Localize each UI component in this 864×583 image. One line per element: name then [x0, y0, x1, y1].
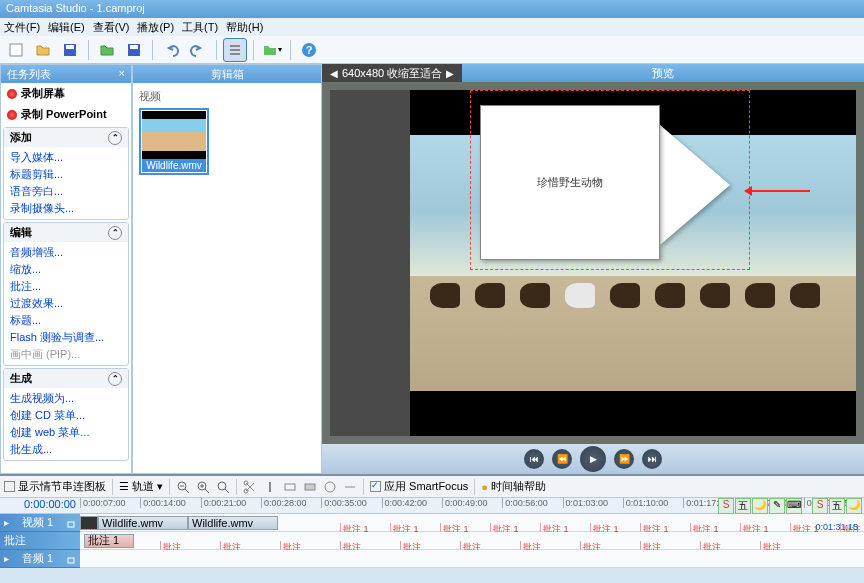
- record-screen-button[interactable]: 录制屏幕: [1, 83, 131, 104]
- video-clip[interactable]: Wildlife.wmv: [188, 516, 278, 530]
- audio-enhance-link[interactable]: 音频增强...: [10, 244, 122, 261]
- menu-tools[interactable]: 工具(T): [182, 20, 218, 34]
- clip-label: Wildlife.wmv: [142, 159, 206, 172]
- svg-rect-4: [130, 45, 138, 49]
- import-button[interactable]: [95, 38, 119, 62]
- timeline-help-link[interactable]: ●时间轴帮助: [481, 479, 546, 494]
- menu-help[interactable]: 帮助(H): [226, 20, 263, 34]
- collapse-icon[interactable]: ⌃: [108, 226, 122, 240]
- collapse-icon[interactable]: ⌃: [108, 372, 122, 386]
- task-panel-title: 任务列表: [7, 67, 51, 81]
- captions-link[interactable]: 标题...: [10, 312, 122, 329]
- produce-button[interactable]: ▾: [260, 38, 284, 62]
- close-icon[interactable]: ×: [119, 67, 125, 81]
- next-button[interactable]: ⏭: [642, 449, 662, 469]
- save2-button[interactable]: [122, 38, 146, 62]
- save-button[interactable]: [58, 38, 82, 62]
- zoom-out-icon[interactable]: [176, 480, 190, 494]
- svg-rect-26: [68, 558, 74, 563]
- svg-rect-25: [68, 522, 74, 527]
- ime-btn[interactable]: 🌙: [846, 498, 862, 514]
- clip-bin-panel: 剪辑箱 视频 Wildlife.wmv: [132, 64, 322, 474]
- ime-btn[interactable]: ✎: [769, 498, 785, 514]
- zoom-in-icon[interactable]: [196, 480, 210, 494]
- tracks-dropdown[interactable]: ☰ 轨道 ▾: [119, 479, 163, 494]
- callouts-link[interactable]: 批注...: [10, 278, 122, 295]
- track-callout-header[interactable]: 批注: [0, 532, 80, 550]
- split-icon[interactable]: [263, 480, 277, 494]
- smartfocus-toggle[interactable]: 应用 SmartFocus: [370, 479, 468, 494]
- menu-play[interactable]: 播放(P): [137, 20, 174, 34]
- record-ppt-button[interactable]: 录制 PowerPoint: [1, 104, 131, 125]
- svg-line-18: [225, 489, 229, 493]
- clip-thumb[interactable]: [80, 516, 98, 530]
- play-button[interactable]: ▶: [580, 446, 606, 472]
- track-audio1[interactable]: [80, 550, 864, 568]
- produce-video-link[interactable]: 生成视频为...: [10, 390, 122, 407]
- forward-button[interactable]: ⏩: [614, 449, 634, 469]
- record-camera-link[interactable]: 录制摄像头...: [10, 200, 122, 217]
- properties-button[interactable]: [223, 38, 247, 62]
- playback-controls: ⏮ ⏪ ▶ ⏩ ⏭: [322, 444, 864, 474]
- callout-clip[interactable]: 批注 1: [84, 534, 134, 548]
- menu-edit[interactable]: 编辑(E): [48, 20, 85, 34]
- lock-icon: [66, 554, 76, 564]
- clip-thumbnail[interactable]: Wildlife.wmv: [139, 108, 209, 175]
- clipbin-title: 剪辑箱: [211, 67, 244, 81]
- create-cd-link[interactable]: 创建 CD 菜单...: [10, 407, 122, 424]
- ime-btn[interactable]: ⌨: [786, 498, 802, 514]
- app-title: Camtasia Studio - 1.camproj: [6, 2, 145, 14]
- ime-btn[interactable]: 五: [735, 498, 751, 514]
- rewind-button[interactable]: ⏪: [552, 449, 572, 469]
- section-add-title: 添加: [10, 130, 32, 145]
- zoom-fit-icon[interactable]: [216, 480, 230, 494]
- clip-group-label: 视频: [137, 87, 317, 106]
- transitions-link[interactable]: 过渡效果...: [10, 295, 122, 312]
- tool5-icon[interactable]: [323, 480, 337, 494]
- import-media-link[interactable]: 导入媒体...: [10, 149, 122, 166]
- timeline-panel: 显示情节串连图板 ☰ 轨道 ▾ 应用 SmartFocus ●时间轴帮助 0:0…: [0, 474, 864, 568]
- menu-view[interactable]: 查看(V): [93, 20, 130, 34]
- ime-toolbar: S 五 🌙 ✎ ⌨ S 五 🌙: [718, 498, 862, 514]
- collapse-icon[interactable]: ⌃: [108, 131, 122, 145]
- preview-canvas[interactable]: 珍惜野生动物: [330, 90, 856, 436]
- storyboard-toggle[interactable]: 显示情节串连图板: [4, 479, 106, 494]
- window-titlebar: Camtasia Studio - 1.camproj: [0, 0, 864, 18]
- track-video1[interactable]: Wildlife.wmv Wildlife.wmv 批注 1批注 1批注 1批注…: [80, 514, 864, 532]
- menu-file[interactable]: 文件(F): [4, 20, 40, 34]
- video-clip[interactable]: Wildlife.wmv: [98, 516, 188, 530]
- menu-bar: 文件(F) 编辑(E) 查看(V) 播放(P) 工具(T) 帮助(H): [0, 18, 864, 36]
- prev-button[interactable]: ⏮: [524, 449, 544, 469]
- callout-text: 珍惜野生动物: [537, 175, 603, 190]
- track-video1-header[interactable]: ▸ 视频 1: [0, 514, 80, 532]
- help-button[interactable]: ?: [297, 38, 321, 62]
- svg-line-14: [205, 489, 209, 493]
- callout-shape[interactable]: 珍惜野生动物: [480, 105, 740, 260]
- ime-btn[interactable]: S: [812, 498, 828, 514]
- flash-quiz-link[interactable]: Flash 测验与调查...: [10, 329, 122, 346]
- tool3-icon[interactable]: [283, 480, 297, 494]
- svg-rect-6: [230, 49, 240, 51]
- ime-btn[interactable]: 五: [829, 498, 845, 514]
- cut-icon[interactable]: [243, 480, 257, 494]
- batch-produce-link[interactable]: 批生成...: [10, 441, 122, 458]
- ime-btn[interactable]: 🌙: [752, 498, 768, 514]
- svg-rect-23: [305, 484, 315, 490]
- ime-btn[interactable]: S: [718, 498, 734, 514]
- title-clip-link[interactable]: 标题剪辑...: [10, 166, 122, 183]
- create-web-link[interactable]: 创建 web 菜单...: [10, 424, 122, 441]
- zoom-dropdown[interactable]: ◀ 640x480 收缩至适合 ▶: [322, 64, 462, 82]
- preview-panel: ◀ 640x480 收缩至适合 ▶ 预览 珍惜野生动物: [322, 64, 864, 474]
- redo-button[interactable]: [186, 38, 210, 62]
- svg-rect-22: [285, 484, 295, 490]
- undo-button[interactable]: [159, 38, 183, 62]
- record-icon: [7, 110, 17, 120]
- open-button[interactable]: [31, 38, 55, 62]
- zoom-link[interactable]: 缩放...: [10, 261, 122, 278]
- new-button[interactable]: [4, 38, 28, 62]
- tool4-icon[interactable]: [303, 480, 317, 494]
- tool6-icon[interactable]: [343, 480, 357, 494]
- track-callout[interactable]: 批注 1 批注批注批注批注批注批注批注批注批注批注批注: [80, 532, 864, 550]
- track-audio1-header[interactable]: ▸ 音频 1: [0, 550, 80, 568]
- voice-narration-link[interactable]: 语音旁白...: [10, 183, 122, 200]
